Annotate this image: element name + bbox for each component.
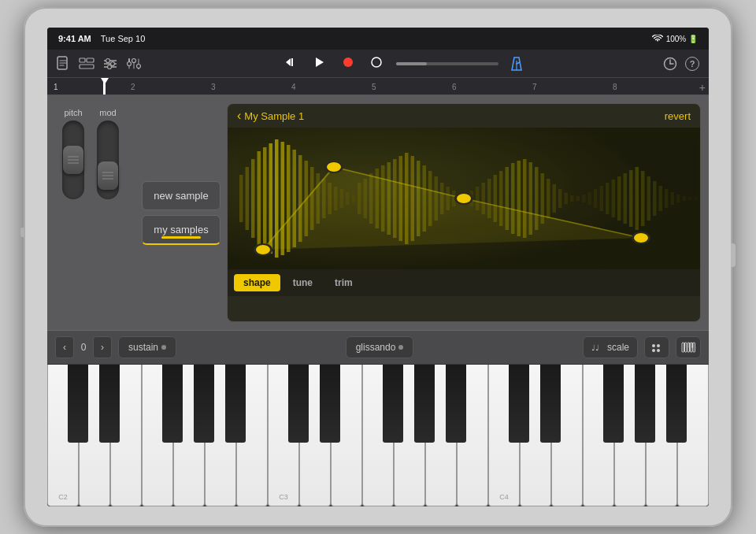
mod-label: mod: [99, 108, 116, 117]
svg-rect-94: [606, 183, 610, 214]
status-date: Tue Sep 10: [101, 34, 145, 43]
toolbar-left: [57, 56, 142, 72]
black-key[interactable]: [99, 365, 120, 443]
playback-slider[interactable]: [396, 62, 498, 65]
record-button[interactable]: [339, 55, 357, 72]
home-button[interactable]: [731, 243, 736, 267]
svg-point-115: [657, 349, 660, 352]
new-doc-icon[interactable]: [57, 56, 71, 72]
my-samples-button[interactable]: my samples: [142, 215, 220, 245]
svg-rect-105: [671, 192, 675, 205]
svg-rect-97: [624, 173, 628, 224]
svg-rect-87: [565, 193, 569, 204]
main-content: pitch mod: [47, 95, 709, 330]
metronome-icon[interactable]: [510, 56, 524, 72]
ruler-mark-8: 8: [613, 83, 617, 91]
envelope-point-4[interactable]: [633, 232, 650, 243]
clock-icon[interactable]: [663, 57, 677, 71]
svg-rect-116: [682, 343, 684, 352]
black-key[interactable]: [509, 365, 529, 443]
my-samples-indicator: [161, 236, 201, 239]
envelope-point-2[interactable]: [326, 161, 343, 172]
pitch-thumb[interactable]: [63, 146, 83, 174]
svg-rect-88: [570, 195, 574, 202]
shape-tab[interactable]: shape: [234, 274, 280, 291]
svg-rect-84: [547, 179, 550, 218]
mod-slider[interactable]: [97, 121, 119, 199]
mod-thumb[interactable]: [98, 161, 118, 190]
glissando-button[interactable]: glissando: [346, 336, 414, 358]
sustain-button[interactable]: sustain: [118, 336, 176, 358]
chord-button[interactable]: [644, 336, 669, 358]
chord-icon: [650, 343, 663, 352]
tune-tab[interactable]: tune: [284, 274, 322, 291]
revert-button[interactable]: revert: [665, 110, 691, 122]
new-sample-button[interactable]: new sample: [142, 181, 220, 210]
svg-point-9: [108, 65, 112, 69]
black-key[interactable]: [603, 365, 624, 443]
back-arrow-icon[interactable]: ‹: [237, 109, 241, 123]
svg-text:♩♩: ♩♩: [591, 343, 599, 352]
svg-rect-20: [291, 58, 293, 66]
svg-rect-107: [683, 196, 687, 201]
black-key[interactable]: [635, 365, 655, 443]
black-key[interactable]: [194, 365, 214, 443]
svg-rect-106: [676, 195, 680, 202]
svg-rect-99: [636, 167, 639, 230]
svg-rect-36: [263, 147, 267, 250]
sliders-row: pitch mod: [62, 108, 119, 199]
svg-rect-102: [653, 181, 657, 216]
ruler-svg: [50, 78, 709, 95]
tab-bar: shape tune trim: [228, 269, 700, 296]
black-key[interactable]: [446, 365, 466, 443]
status-time: 9:41 AM: [58, 34, 91, 43]
slider-line: [68, 160, 79, 161]
svg-rect-2: [87, 58, 94, 62]
octave-down-button[interactable]: ‹: [55, 336, 74, 358]
sustain-dot: [161, 345, 166, 350]
loop-button[interactable]: [368, 55, 385, 72]
black-key[interactable]: [225, 365, 246, 443]
play-button[interactable]: [311, 55, 328, 72]
pitch-slider-container: pitch: [62, 108, 84, 199]
black-key[interactable]: [288, 365, 309, 443]
black-key[interactable]: [383, 365, 403, 443]
svg-rect-104: [665, 189, 669, 208]
scale-button[interactable]: ♩♩ scale: [583, 336, 638, 358]
help-button[interactable]: ?: [685, 57, 699, 71]
glissando-dot: [398, 345, 403, 350]
eq-icon[interactable]: [126, 57, 142, 70]
black-key[interactable]: [414, 365, 435, 443]
trim-tab[interactable]: trim: [325, 274, 362, 291]
envelope-point-1[interactable]: [255, 244, 272, 255]
black-key[interactable]: [162, 365, 183, 443]
add-track-button[interactable]: +: [699, 81, 706, 94]
svg-point-113: [657, 344, 660, 347]
black-key[interactable]: [320, 365, 340, 443]
ruler-mark-6: 6: [452, 83, 457, 91]
waveform-svg: [228, 128, 700, 269]
wifi-icon: [652, 35, 663, 43]
piano-keys-icon: [681, 342, 695, 353]
piano-keyboard[interactable]: C2 C3 C4: [47, 365, 709, 506]
rewind-button[interactable]: [281, 55, 300, 72]
ipad-screen: 9:41 AM Tue Sep 10 100% 🔋: [47, 28, 709, 506]
pitch-slider[interactable]: [62, 121, 84, 199]
battery-icon: 100% 🔋: [666, 35, 698, 43]
view-toggle-icon[interactable]: [79, 57, 94, 70]
svg-rect-101: [647, 176, 651, 221]
timeline-ruler: 1 2 3 4 5 6 7 8 +: [47, 78, 709, 95]
svg-point-112: [652, 344, 655, 347]
svg-rect-96: [617, 176, 621, 221]
octave-up-button[interactable]: ›: [93, 336, 112, 358]
svg-rect-32: [239, 175, 243, 222]
envelope-point-3[interactable]: [456, 193, 472, 204]
black-key[interactable]: [68, 365, 88, 443]
mixer-icon[interactable]: [102, 57, 118, 70]
piano-layout-button[interactable]: [676, 336, 701, 358]
slider-line: [68, 163, 79, 164]
octave-control: ‹ 0 ›: [55, 336, 112, 358]
black-key[interactable]: [540, 365, 561, 443]
black-key[interactable]: [666, 365, 687, 443]
pitch-thumb-lines: [68, 157, 79, 164]
